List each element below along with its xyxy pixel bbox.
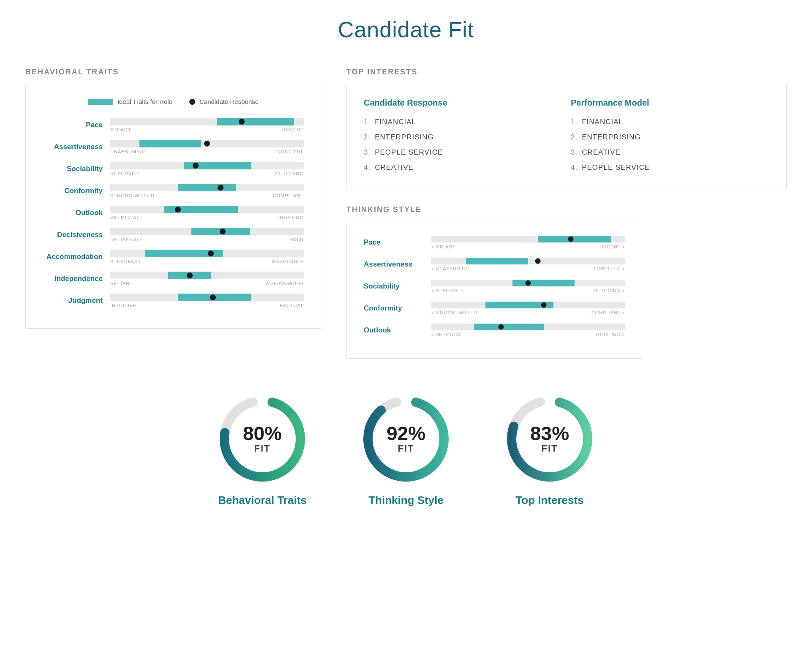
legend-bar-icon xyxy=(88,99,113,105)
ts-bar-container xyxy=(431,324,625,330)
behavioral-traits-rows: Pace STEADY URGENT Assertiveness UNASSUM… xyxy=(43,118,304,308)
trait-bar-container xyxy=(110,206,304,213)
top-interests-section: TOP INTERESTS Candidate Response 1.FINAN… xyxy=(346,68,787,188)
ts-axis-labels: < SKEPTICAL TRUSTING > xyxy=(431,332,625,337)
model-items: 1.FINANCIAL2.ENTERPRISING3.CREATIVE4.PEO… xyxy=(571,114,769,175)
trait-right-label: OUTGOING xyxy=(275,171,304,176)
trait-right-label: AGREEABLE xyxy=(272,259,304,264)
interest-num: 3. xyxy=(571,148,578,156)
trait-axis-labels: INTUITIVE FACTUAL xyxy=(110,303,304,308)
trait-chart: RELIANT AUTONOMOUS xyxy=(110,272,304,286)
ts-dot xyxy=(541,302,546,308)
legend: Ideal Traits for Role Candidate Response xyxy=(43,98,304,105)
trait-axis-labels: STEADFAST AGREEABLE xyxy=(110,259,304,264)
legend-bar-item: Ideal Traits for Role xyxy=(88,98,172,105)
thinking-style-label: THINKING STYLE xyxy=(346,205,642,214)
trait-axis-labels: RELIANT AUTONOMOUS xyxy=(110,281,304,286)
candidate-interest-item: 3.PEOPLE SERVICE xyxy=(364,145,562,160)
donut-fit-label: FIT xyxy=(243,443,282,454)
trait-left-label: STEADFAST xyxy=(110,259,141,264)
trait-dot xyxy=(210,294,216,300)
trait-name: Decisiveness xyxy=(43,231,110,239)
ts-trait-name: Sociability xyxy=(364,282,431,291)
ts-bar-container xyxy=(431,258,625,264)
ts-dot xyxy=(526,280,531,286)
ts-axis-labels: < UNASSUMING FORCEFUL > xyxy=(431,266,625,271)
interest-num: 2. xyxy=(571,133,578,141)
trait-chart: RESERVED OUTGOING xyxy=(110,162,304,176)
model-col: Performance Model 1.FINANCIAL2.ENTERPRIS… xyxy=(571,98,769,175)
donut-label: Thinking Style xyxy=(368,494,444,507)
ts-left-label: < STRONG-WILLED xyxy=(431,310,477,315)
trait-left-label: DELIBERATE xyxy=(110,237,143,242)
interest-num: 2. xyxy=(364,133,371,141)
ts-bar-container xyxy=(431,236,625,242)
trait-axis-labels: STRONG-WILLED COMPLIANT xyxy=(110,193,304,198)
ts-trait-name: Outlook xyxy=(364,326,431,335)
trait-bar-container xyxy=(110,228,304,235)
ts-left-label: < STEADY xyxy=(431,244,456,249)
trait-name: Outlook xyxy=(43,209,110,217)
ts-left-label: < RESERVED xyxy=(431,288,463,293)
trait-bar-fill xyxy=(139,140,202,147)
interest-num: 1. xyxy=(364,118,371,126)
ts-right-label: FORCEFUL > xyxy=(594,266,625,271)
donut-item: 92% FIT Thinking Style xyxy=(360,392,452,507)
behavioral-traits-box: Ideal Traits for Role Candidate Response… xyxy=(25,85,321,329)
trait-chart: STEADY URGENT xyxy=(110,118,304,132)
interest-num: 3. xyxy=(364,148,371,156)
ts-right-label: URGENT > xyxy=(599,244,625,249)
trait-row: Pace STEADY URGENT xyxy=(43,118,304,132)
ts-axis-labels: < RESERVED OUTGOING > xyxy=(431,288,625,293)
trait-right-label: FORCEFUL xyxy=(275,149,304,154)
trait-dot xyxy=(193,163,199,169)
trait-axis-labels: DELIBERATE BOLD xyxy=(110,237,304,242)
ts-right-label: OUTGOING > xyxy=(594,288,625,293)
ts-trait-name: Assertiveness xyxy=(364,260,431,269)
ts-bar-container xyxy=(431,302,625,308)
ts-dot xyxy=(568,237,573,242)
trait-row: Conformity STRONG-WILLED COMPLIANT xyxy=(43,184,304,198)
trait-left-label: SKEPTICAL xyxy=(110,215,140,220)
ts-bar-fill xyxy=(466,258,528,264)
interest-num: 4. xyxy=(364,163,371,172)
trait-dot xyxy=(187,272,193,278)
ts-bar-fill xyxy=(512,280,575,286)
page-title: Candidate Fit xyxy=(25,17,787,42)
candidate-interest-item: 4.CREATIVE xyxy=(364,160,562,175)
donut-percent: 80% xyxy=(243,424,282,443)
ts-chart: < UNASSUMING FORCEFUL > xyxy=(431,258,625,271)
ts-right-label: COMPLIANT > xyxy=(591,310,625,315)
donut-chart: 92% FIT xyxy=(360,392,452,485)
trait-axis-labels: STEADY URGENT xyxy=(110,127,304,132)
trait-dot xyxy=(239,119,245,125)
donut-center: 80% FIT xyxy=(243,424,282,454)
right-column: TOP INTERESTS Candidate Response 1.FINAN… xyxy=(346,68,787,359)
donut-center: 83% FIT xyxy=(530,424,569,454)
trait-left-label: STEADY xyxy=(110,127,131,132)
ts-axis-labels: < STRONG-WILLED COMPLIANT > xyxy=(431,310,625,315)
trait-left-label: RELIANT xyxy=(110,281,133,286)
trait-left-label: INTUITIVE xyxy=(110,303,136,308)
trait-left-label: RESERVED xyxy=(110,171,139,176)
interests-grid: Candidate Response 1.FINANCIAL2.ENTERPRI… xyxy=(364,98,769,175)
trait-name: Pace xyxy=(43,121,110,129)
trait-axis-labels: UNASSUMING FORCEFUL xyxy=(110,149,304,154)
ts-dot xyxy=(498,324,504,330)
candidate-col: Candidate Response 1.FINANCIAL2.ENTERPRI… xyxy=(364,98,562,175)
trait-row: Accommodation STEADFAST AGREEABLE xyxy=(43,250,304,264)
trait-row: Independence RELIANT AUTONOMOUS xyxy=(43,272,304,286)
trait-right-label: AUTONOMOUS xyxy=(266,281,304,286)
ts-row: Conformity < STRONG-WILLED COMPLIANT > xyxy=(364,302,625,315)
donut-percent: 83% xyxy=(530,424,569,443)
trait-dot xyxy=(208,251,214,256)
ts-dot xyxy=(535,259,540,264)
ts-trait-name: Pace xyxy=(364,238,431,247)
legend-bar-label: Ideal Traits for Role xyxy=(117,98,172,105)
bottom-section: 80% FIT Behavioral Traits 92% xyxy=(25,392,787,507)
ts-chart: < STRONG-WILLED COMPLIANT > xyxy=(431,302,625,315)
candidate-interest-item: 1.FINANCIAL xyxy=(364,114,562,130)
ts-row: Pace < STEADY URGENT > xyxy=(364,236,625,249)
trait-name: Assertiveness xyxy=(43,143,110,151)
trait-name: Sociability xyxy=(43,165,110,173)
